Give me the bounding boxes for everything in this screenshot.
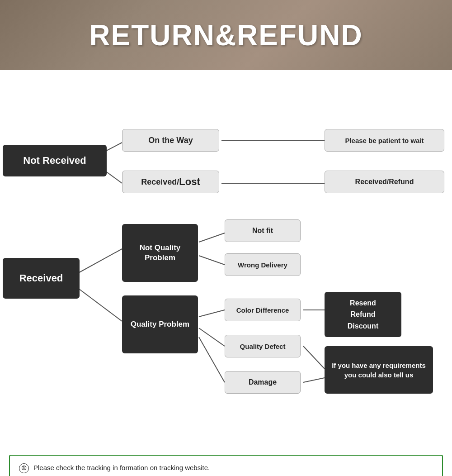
quality-problem-node: Quality Problem [122, 295, 198, 353]
note-item-1: ① Please check the tracking in formation… [19, 463, 433, 473]
page-title: RETURN&REFUND [89, 19, 363, 52]
quality-defect-node: Quality Defect [225, 335, 301, 357]
svg-line-7 [199, 256, 225, 265]
received-lost-node: Received/Lost [122, 171, 219, 193]
not-received-node: Not Received [3, 145, 107, 176]
if-you-have-node: If you have any requirements you could a… [325, 346, 433, 394]
header-banner: RETURN&REFUND [0, 0, 452, 70]
received-node: Received [3, 258, 80, 299]
not-quality-problem-node: Not Quality Problem [122, 224, 198, 282]
svg-line-10 [199, 337, 225, 382]
note-text-1: Please check the tracking in formation o… [33, 463, 433, 473]
flowchart-diagram: Not Received On the Way Received/Lost Pl… [0, 70, 452, 450]
svg-line-5 [77, 287, 122, 321]
svg-line-8 [199, 310, 225, 317]
on-the-way-node: On the Way [122, 129, 219, 152]
resend-refund-discount-node: Resend Refund Discount [325, 292, 401, 337]
notes-section: ① Please check the tracking in formation… [9, 455, 443, 476]
damage-node: Damage [225, 371, 301, 394]
svg-line-4 [77, 249, 122, 274]
note-num-1: ① [19, 463, 29, 473]
wrong-delivery-node: Wrong Delivery [225, 253, 301, 276]
received-refund-node: Received/Refund [325, 171, 444, 193]
please-be-patient-node: Please be patient to wait [325, 129, 444, 152]
svg-line-13 [303, 378, 325, 382]
not-fit-node: Not fit [225, 219, 301, 242]
svg-line-6 [199, 233, 225, 242]
svg-line-9 [199, 328, 225, 346]
svg-line-12 [303, 346, 325, 369]
color-difference-node: Color Difference [225, 299, 301, 321]
